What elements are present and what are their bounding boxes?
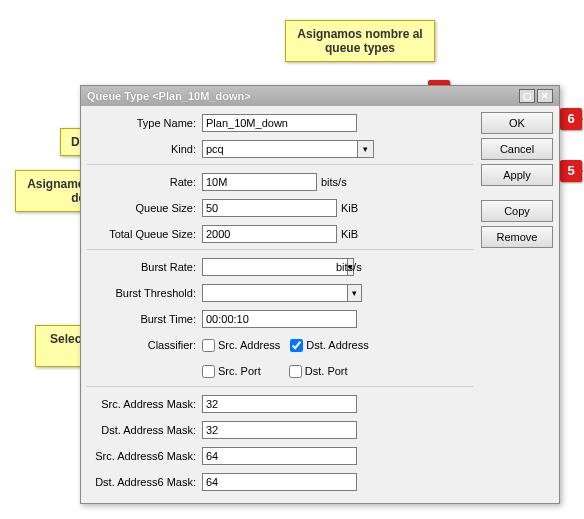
burst-time-input[interactable]: [202, 310, 357, 328]
window-titlebar: Queue Type <Plan_10M_down> ▢ ✕: [81, 86, 559, 106]
burst-threshold-label: Burst Threshold:: [87, 287, 202, 299]
burst-rate-unit: bits/s: [336, 261, 362, 273]
cancel-button[interactable]: Cancel: [481, 138, 553, 160]
dst-addr-mask-label: Dst. Address Mask:: [87, 424, 202, 436]
dst-addr6-mask-label: Dst. Address6 Mask:: [87, 476, 202, 488]
type-name-input[interactable]: [202, 114, 357, 132]
burst-time-label: Burst Time:: [87, 313, 202, 325]
apply-button[interactable]: Apply: [481, 164, 553, 186]
src-address-chk-label: Src. Address: [218, 339, 280, 351]
rate-input[interactable]: [202, 173, 317, 191]
classifier-label: Classifier:: [87, 339, 202, 351]
window-close-button[interactable]: ✕: [537, 89, 553, 103]
dst-address-check[interactable]: Dst. Address: [290, 339, 368, 352]
total-queue-size-input[interactable]: [202, 225, 337, 243]
kind-input[interactable]: [202, 140, 358, 158]
src-port-chk-label: Src. Port: [218, 365, 261, 377]
dst-addr6-mask-input[interactable]: [202, 473, 357, 491]
burst-rate-input[interactable]: [202, 258, 348, 276]
dst-port-check[interactable]: Dst. Port: [289, 365, 348, 378]
marker-5: 5: [560, 160, 582, 182]
burst-rate-label: Burst Rate:: [87, 261, 202, 273]
dst-address-chk-label: Dst. Address: [306, 339, 368, 351]
src-addr6-mask-input[interactable]: [202, 447, 357, 465]
kind-label: Kind:: [87, 143, 202, 155]
queue-size-label: Queue Size:: [87, 202, 202, 214]
dst-port-chk-label: Dst. Port: [305, 365, 348, 377]
queue-size-unit: KiB: [341, 202, 358, 214]
burst-threshold-dropdown-icon[interactable]: ▾: [348, 284, 362, 302]
window-minimize-button[interactable]: ▢: [519, 89, 535, 103]
src-address-check[interactable]: Src. Address: [202, 339, 280, 352]
src-addr-mask-label: Src. Address Mask:: [87, 398, 202, 410]
ok-button[interactable]: OK: [481, 112, 553, 134]
burst-threshold-input[interactable]: [202, 284, 348, 302]
queue-size-input[interactable]: [202, 199, 337, 217]
total-queue-size-label: Total Queue Size:: [87, 228, 202, 240]
kind-dropdown-icon[interactable]: ▾: [358, 140, 374, 158]
remove-button[interactable]: Remove: [481, 226, 553, 248]
dst-addr-mask-input[interactable]: [202, 421, 357, 439]
form-area: Type Name: Kind: ▾ Rate: bits/s Queue Si…: [87, 112, 481, 497]
rate-unit: bits/s: [321, 176, 347, 188]
window-title: Queue Type <Plan_10M_down>: [87, 90, 517, 102]
callout-title: Asignamos nombre al queue types: [285, 20, 435, 62]
src-addr6-mask-label: Src. Address6 Mask:: [87, 450, 202, 462]
total-queue-size-unit: KiB: [341, 228, 358, 240]
copy-button[interactable]: Copy: [481, 200, 553, 222]
type-name-label: Type Name:: [87, 117, 202, 129]
queue-type-window: Queue Type <Plan_10M_down> ▢ ✕ Type Name…: [80, 85, 560, 504]
marker-6: 6: [560, 108, 582, 130]
src-addr-mask-input[interactable]: [202, 395, 357, 413]
src-port-check[interactable]: Src. Port: [202, 365, 261, 378]
rate-label: Rate:: [87, 176, 202, 188]
button-column: OK Cancel Apply Copy Remove: [481, 112, 553, 497]
